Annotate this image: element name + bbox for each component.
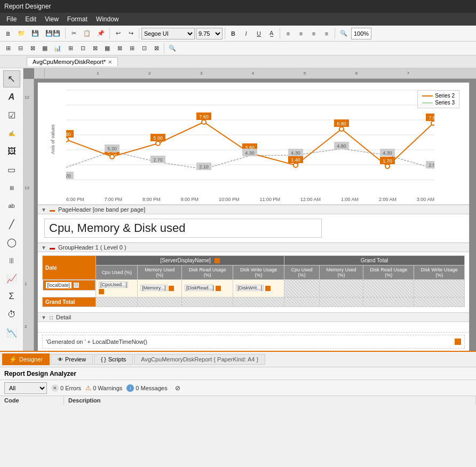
tab-close-icon[interactable]: ✕ xyxy=(108,59,112,65)
picture-tool[interactable]: 🖼 xyxy=(3,143,20,160)
grid-tool[interactable]: ⊞ xyxy=(3,179,20,196)
collapse-detail[interactable]: ▼ xyxy=(41,315,46,320)
cut-button[interactable]: ✂ xyxy=(68,28,80,39)
messages-btn[interactable]: i 0 Messages xyxy=(126,384,167,392)
italic-button[interactable]: I xyxy=(240,28,252,39)
text-tool[interactable]: A xyxy=(3,88,20,106)
bold-button[interactable]: B xyxy=(227,28,239,39)
svg-text:6.80: 6.80 xyxy=(337,121,346,126)
checkbox-tool[interactable]: ☑ xyxy=(3,107,20,124)
cursor-tool[interactable]: ↖ xyxy=(3,70,20,87)
svg-text:1.40: 1.40 xyxy=(291,157,300,163)
underline-button[interactable]: U xyxy=(253,28,265,39)
svg-point-18 xyxy=(156,141,160,146)
col-gt-cpu: Cpu Used (%) xyxy=(284,265,319,280)
svg-text:4.80: 4.80 xyxy=(337,143,346,149)
tb2-btn1[interactable]: ⊞ xyxy=(2,43,14,54)
zoom-out-button[interactable]: 🔍 xyxy=(337,28,350,39)
local-date-cell: [localDate] □ xyxy=(43,280,96,291)
filter-select[interactable]: All xyxy=(4,382,47,394)
open-button[interactable]: 📁 xyxy=(15,28,28,39)
tb2-btn14[interactable]: 🔍 xyxy=(166,43,179,54)
tb2-btn2[interactable]: ⊟ xyxy=(14,43,26,54)
font-size-select[interactable]: 9.75 xyxy=(196,28,223,39)
new-button[interactable]: 🗎 xyxy=(2,28,14,39)
sep5 xyxy=(280,28,280,39)
tb2-btn7[interactable]: ⊡ xyxy=(77,43,89,54)
tab-scripts[interactable]: { } Scripts xyxy=(94,354,133,365)
undo-button[interactable]: ↩ xyxy=(112,28,124,39)
tb2-btn10[interactable]: ⊠ xyxy=(114,43,125,54)
analysis-bar: Report Design Analyzer xyxy=(0,367,476,380)
gt-row-diskread xyxy=(181,297,233,307)
align-center-button[interactable]: ≡ xyxy=(295,28,307,39)
horizontal-ruler: 1 2 3 4 5 6 7 xyxy=(45,68,476,79)
svg-text:5.60: 5.60 xyxy=(66,132,71,137)
align-justify-button[interactable]: ≡ xyxy=(321,28,332,39)
data-table: Date [ServerDisplayName] Grand Total xyxy=(42,255,465,307)
report-tab[interactable]: AvgCpuMemoryDiskReport* ✕ xyxy=(27,57,118,66)
chart2-tool[interactable]: 📉 xyxy=(3,324,20,341)
line-tool[interactable]: ╱ xyxy=(3,215,20,232)
tb2-btn13[interactable]: ⊠ xyxy=(150,43,162,54)
strikethrough-button[interactable]: A̲ xyxy=(266,28,277,39)
menu-bar: File Edit View Format Window xyxy=(0,13,476,26)
menu-edit[interactable]: Edit xyxy=(21,14,41,24)
redo-button[interactable]: ↪ xyxy=(125,28,137,39)
menu-format[interactable]: Format xyxy=(63,14,92,24)
tab-preview[interactable]: 👁 Preview xyxy=(51,354,93,365)
band-icon-detail: □ xyxy=(50,315,53,320)
memory-dot xyxy=(169,286,174,291)
filter-clear-btn[interactable]: ⊘ xyxy=(172,382,184,394)
report-background: Axis of values Series 2 Se xyxy=(34,79,476,351)
errors-btn[interactable]: ✕ 0 Errors xyxy=(51,384,81,392)
title-bar: Report Designer xyxy=(0,0,476,13)
svg-text:2.50: 2.50 xyxy=(429,163,434,168)
tb2-btn9[interactable]: ▦ xyxy=(101,43,113,54)
square-tool[interactable]: ▭ xyxy=(3,161,20,178)
cpu-field: [CpuUsed...] xyxy=(99,281,128,288)
title-label: Report Designer xyxy=(4,3,51,10)
warnings-btn[interactable]: ⚠ 0 Warnings xyxy=(85,384,122,392)
menu-file[interactable]: File xyxy=(2,14,21,24)
data-table-wrapper: Date [ServerDisplayName] Grand Total xyxy=(38,252,469,310)
barcode-tool[interactable]: ||| xyxy=(3,252,20,269)
tb2-btn3[interactable]: ⊠ xyxy=(27,43,38,54)
paste-button[interactable]: 📌 xyxy=(94,28,107,39)
tb2-btn6[interactable]: ⊞ xyxy=(65,43,76,54)
signature-tool[interactable]: ✍ xyxy=(3,125,20,142)
tb2-btn8[interactable]: ⊠ xyxy=(89,43,101,54)
copy-button[interactable]: 📋 xyxy=(81,28,93,39)
tb2-btn11[interactable]: ⊞ xyxy=(126,43,138,54)
menu-view[interactable]: View xyxy=(41,14,63,24)
tb2-btn5[interactable]: 📊 xyxy=(51,43,64,54)
svg-point-21 xyxy=(202,120,206,124)
x-label-8: 1:00 AM xyxy=(341,197,359,202)
col-disk-read: Disk Read Usage (%) xyxy=(181,265,233,280)
analysis-title: Report Design Analyzer xyxy=(4,370,76,377)
circle-tool[interactable]: ◯ xyxy=(3,234,20,251)
text-ab-tool[interactable]: ab xyxy=(3,197,20,214)
save-button[interactable]: 💾 xyxy=(29,28,42,39)
tab-designer[interactable]: ⚡ Designer xyxy=(2,353,50,365)
table-header-row1: Date [ServerDisplayName] Grand Total xyxy=(43,256,465,265)
tb2-btn12[interactable]: ⊡ xyxy=(138,43,150,54)
band-icon-pageheader: ▬ xyxy=(50,207,55,213)
save-all-button[interactable]: 💾💾 xyxy=(43,28,63,39)
chart-tool[interactable]: 📈 xyxy=(3,270,20,287)
menu-window[interactable]: Window xyxy=(92,14,123,24)
align-right-button[interactable]: ≡ xyxy=(308,28,320,39)
group-header-label: GroupHeader 1 ( Level 0 ) xyxy=(58,244,126,251)
page-header-label: PageHeader [one band per page] xyxy=(58,206,145,213)
sigma-tool[interactable]: Σ xyxy=(3,288,20,305)
gauge-tool[interactable]: ⏱ xyxy=(3,306,20,323)
collapse-page-header[interactable]: ▼ xyxy=(41,207,46,213)
tb2-btn4[interactable]: ▦ xyxy=(39,43,51,54)
svg-point-27 xyxy=(293,163,298,167)
align-left-button[interactable]: ≡ xyxy=(282,28,294,39)
canvas-area[interactable]: 1 2 3 4 5 6 7 12 13 1 2 xyxy=(23,68,476,351)
font-name-select[interactable]: Segoe UI xyxy=(141,28,195,39)
collapse-group-header[interactable]: ▼ xyxy=(41,245,46,251)
legend-series2-label: Series 2 xyxy=(435,93,455,99)
main-layout: ↖ A ☑ ✍ 🖼 ▭ ⊞ ab ╱ ◯ ||| 📈 Σ ⏱ 📉 1 2 3 4… xyxy=(0,68,476,351)
